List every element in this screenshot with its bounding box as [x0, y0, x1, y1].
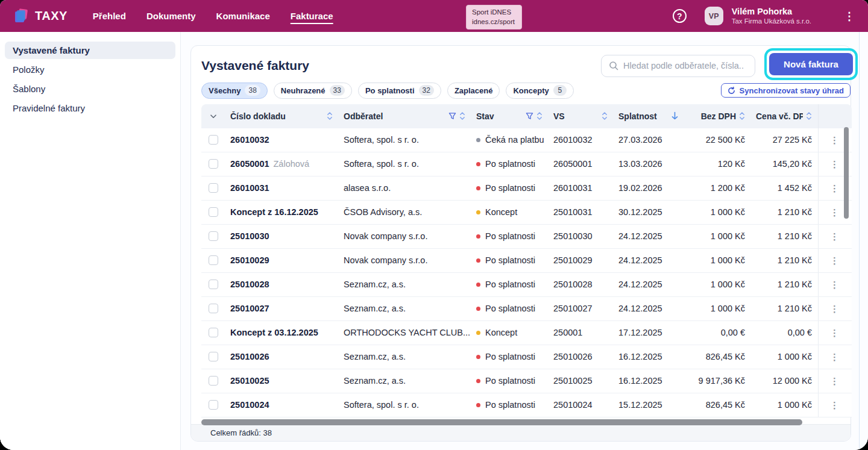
column-header-gross[interactable]: Cena vč. DPH [751, 111, 818, 121]
row-kebab-icon[interactable]: ⋮ [830, 136, 839, 145]
status-label[interactable]: Po splatnosti [485, 376, 535, 386]
filter-chip-4[interactable]: Zaplacené [447, 83, 500, 99]
filter-funnel-icon[interactable] [526, 112, 533, 120]
horizontal-scrollbar-thumb[interactable] [201, 419, 802, 425]
sync-payments-button[interactable]: Synchronizovat stavy úhrad [721, 83, 851, 98]
avatar[interactable]: VP [705, 7, 723, 25]
sort-icon[interactable] [327, 111, 333, 120]
row-checkbox[interactable] [209, 183, 218, 193]
row-select-cell [201, 231, 225, 241]
status-label[interactable]: Po splatnosti [485, 352, 535, 361]
row-kebab-icon[interactable]: ⋮ [830, 160, 839, 169]
vs-cell: 26010031 [549, 183, 614, 193]
status-cell: Po splatnosti [471, 400, 549, 410]
row-checkbox[interactable] [209, 376, 218, 386]
vertical-scrollbar-thumb[interactable] [844, 127, 849, 219]
column-header-net[interactable]: Bez DPH [685, 111, 751, 121]
column-header-select[interactable] [201, 112, 225, 120]
column-header-due[interactable]: Splatnost [614, 111, 685, 121]
filter-chip-2[interactable]: Neuhrazené33 [274, 83, 352, 99]
workspace-badge[interactable]: Sport iDNES idnes.cz/sport [466, 5, 522, 30]
invoice-number-link[interactable]: Koncept z 03.12.2025 [230, 328, 318, 337]
status-cell: Po splatnosti [471, 376, 549, 386]
row-kebab-icon[interactable]: ⋮ [830, 232, 839, 241]
row-checkbox[interactable] [209, 280, 218, 289]
row-checkbox[interactable] [209, 255, 218, 265]
navbar-kebab-icon[interactable]: ⋮ [844, 10, 855, 23]
sidebar-item-2[interactable]: Položky [5, 61, 175, 78]
sort-icon[interactable] [536, 111, 542, 120]
invoice-number-cell: 25010029 [225, 255, 339, 265]
invoice-number-link[interactable]: 25010028 [230, 280, 269, 289]
row-checkbox[interactable] [209, 135, 218, 145]
invoice-number-link[interactable]: 26010032 [230, 135, 269, 145]
filter-funnel-icon[interactable] [448, 112, 456, 120]
invoice-number-link[interactable]: 25010027 [230, 304, 269, 313]
row-kebab-icon[interactable]: ⋮ [830, 401, 839, 410]
sidebar-item-1[interactable]: Vystavené faktury [5, 42, 175, 59]
row-kebab-icon[interactable]: ⋮ [830, 328, 839, 337]
invoice-number-link[interactable]: 25010030 [230, 231, 269, 241]
row-kebab-icon[interactable]: ⋮ [830, 304, 839, 313]
new-invoice-button[interactable]: Nová faktura [769, 53, 853, 75]
nav-item-přehled[interactable]: Přehled [93, 8, 126, 23]
invoice-number-link[interactable]: 25010029 [230, 255, 269, 265]
sort-icon[interactable] [806, 111, 812, 120]
invoice-number-link[interactable]: Koncept z 16.12.2025 [230, 207, 318, 217]
row-kebab-icon[interactable]: ⋮ [830, 256, 839, 265]
filter-chip-3[interactable]: Po splatnosti32 [358, 83, 441, 99]
row-kebab-icon[interactable]: ⋮ [830, 377, 839, 386]
column-header-status[interactable]: Stav [471, 111, 549, 121]
row-checkbox[interactable] [209, 304, 218, 313]
column-header-vs[interactable]: VS [549, 111, 614, 121]
due-date-cell: 16.12.2025 [614, 376, 685, 386]
column-header-customer[interactable]: Odběratel [339, 111, 471, 121]
status-label[interactable]: Čeká na platbu [485, 135, 544, 145]
row-kebab-icon[interactable]: ⋮ [830, 352, 839, 361]
sort-icon[interactable] [739, 111, 745, 120]
search-input[interactable] [623, 61, 747, 70]
status-label[interactable]: Po splatnosti [485, 183, 535, 193]
sort-icon[interactable] [602, 111, 608, 120]
row-kebab-icon[interactable]: ⋮ [830, 208, 839, 217]
sidebar-item-4[interactable]: Pravidelné faktury [5, 99, 175, 117]
row-kebab-icon[interactable]: ⋮ [830, 184, 839, 193]
row-checkbox[interactable] [209, 231, 218, 241]
status-label[interactable]: Po splatnosti [485, 280, 535, 289]
filter-chip-1[interactable]: Všechny38 [201, 83, 268, 99]
column-header-number[interactable]: Číslo dokladu [225, 111, 339, 121]
column-header-actions [818, 104, 852, 128]
invoice-number-link[interactable]: 25010026 [230, 352, 269, 361]
nav-item-dokumenty[interactable]: Dokumenty [146, 8, 196, 23]
row-checkbox[interactable] [209, 159, 218, 169]
status-label[interactable]: Po splatnosti [485, 231, 535, 241]
status-label[interactable]: Po splatnosti [485, 159, 535, 169]
row-checkbox[interactable] [209, 207, 218, 217]
row-checkbox[interactable] [209, 352, 218, 361]
invoice-number-link[interactable]: 25010025 [230, 376, 269, 386]
column-label-number: Číslo dokladu [230, 111, 286, 121]
sort-icon[interactable] [459, 111, 465, 120]
nav-item-fakturace[interactable]: Fakturace [291, 8, 333, 23]
invoice-number-link[interactable]: 26050001 [230, 159, 269, 169]
sidebar-item-3[interactable]: Šablony [5, 80, 175, 98]
invoice-number-link[interactable]: 26010031 [230, 183, 269, 193]
status-label[interactable]: Po splatnosti [485, 304, 535, 313]
table-row: Koncept z 03.12.2025ORTHODOCKS YACHT CLU… [201, 321, 852, 345]
brand[interactable]: TAXY [13, 8, 68, 25]
help-icon[interactable]: ? [673, 9, 687, 23]
status-label[interactable]: Po splatnosti [485, 255, 535, 265]
nav-item-komunikace[interactable]: Komunikace [216, 8, 270, 23]
status-label[interactable]: Po splatnosti [485, 400, 535, 410]
filter-chip-5[interactable]: Koncepty5 [506, 83, 573, 99]
select-all-chevron-icon[interactable] [209, 112, 218, 120]
user-info[interactable]: Vilém Pohorka Tax Firma Ukázková s.r.o. [732, 6, 811, 26]
row-checkbox[interactable] [209, 328, 218, 337]
row-kebab-icon[interactable]: ⋮ [830, 280, 839, 289]
gross-amount-cell: 1 210 Kč [751, 231, 818, 241]
sorted-desc-arrow-icon[interactable] [671, 111, 679, 120]
invoice-number-link[interactable]: 25010024 [230, 400, 269, 410]
row-checkbox[interactable] [209, 400, 218, 410]
column-label-net: Bez DPH [701, 111, 736, 121]
net-amount-cell: 0,00 € [685, 328, 751, 337]
